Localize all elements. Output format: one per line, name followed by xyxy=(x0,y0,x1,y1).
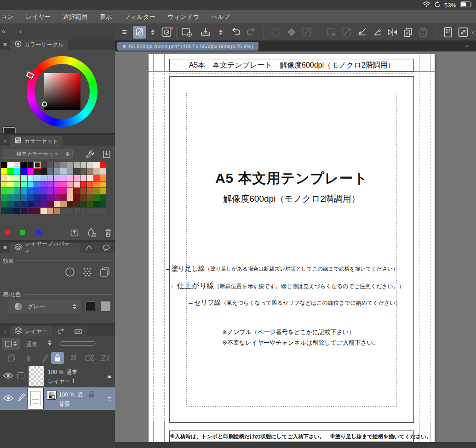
collapse-panel-button[interactable]: ‹ xyxy=(19,27,22,35)
color-swatch[interactable] xyxy=(80,201,87,208)
color-swatch[interactable] xyxy=(40,175,47,181)
border-effect-icon[interactable] xyxy=(64,267,75,279)
blend-tool-button[interactable] xyxy=(285,26,298,39)
color-swatch[interactable] xyxy=(87,175,93,181)
invert-selection-button[interactable] xyxy=(340,26,354,39)
color-swatch[interactable] xyxy=(28,181,34,188)
tab-list-chevron[interactable]: ⌄ xyxy=(465,41,470,48)
tab-color-set[interactable]: カラーセット xyxy=(10,136,63,146)
menu-item-layer[interactable]: レイヤー xyxy=(26,13,51,21)
tab-subview[interactable] xyxy=(69,326,87,336)
flip-horizontal-button[interactable] xyxy=(386,26,399,39)
color-swatch[interactable] xyxy=(28,201,34,208)
layer-color-effect-icon[interactable] xyxy=(99,267,110,279)
color-swatch[interactable] xyxy=(67,201,74,208)
color-swatch[interactable] xyxy=(14,162,21,168)
color-swatch[interactable] xyxy=(1,162,7,168)
menu-item-filter[interactable]: フィルター xyxy=(124,13,156,21)
color-swatch[interactable] xyxy=(54,201,60,208)
layer-thumbnail-selected[interactable] xyxy=(28,388,43,409)
color-swatch[interactable] xyxy=(80,175,87,181)
expression-color-select[interactable]: グレー xyxy=(8,300,81,313)
layer-checkbox[interactable] xyxy=(17,372,24,379)
color-swatch[interactable] xyxy=(14,208,21,214)
tool-variant-chevrons[interactable] xyxy=(148,26,157,39)
color-swatch[interactable] xyxy=(80,188,87,194)
color-swatch[interactable] xyxy=(1,168,7,175)
color-swatch[interactable] xyxy=(1,201,7,208)
frame-tool-button[interactable] xyxy=(300,26,313,39)
tone-effect-icon[interactable] xyxy=(82,267,93,279)
color-swatch[interactable] xyxy=(87,201,93,208)
color-swatch[interactable] xyxy=(93,194,100,201)
color-swatch[interactable] xyxy=(54,194,60,201)
tab-tone-curve[interactable] xyxy=(80,243,97,253)
color-swatch[interactable] xyxy=(34,188,40,194)
color-swatch[interactable] xyxy=(28,168,34,175)
color-swatch[interactable] xyxy=(40,201,47,208)
color-swatch[interactable] xyxy=(60,175,67,181)
color-swatch[interactable] xyxy=(54,162,60,168)
undo-button[interactable] xyxy=(229,26,242,39)
color-swatch[interactable] xyxy=(47,194,54,201)
import-color-set-button[interactable] xyxy=(102,150,111,161)
color-swatch[interactable] xyxy=(67,162,74,168)
color-swatch[interactable] xyxy=(54,175,60,181)
color-swatch[interactable] xyxy=(100,201,107,208)
tab-layers[interactable]: レイヤー xyxy=(10,326,52,336)
color-swatch[interactable] xyxy=(47,188,54,194)
color-swatch[interactable] xyxy=(74,175,80,181)
color-swatch[interactable] xyxy=(21,168,27,175)
color-swatch[interactable] xyxy=(60,194,67,201)
color-swatch[interactable] xyxy=(34,208,40,214)
color-swatch[interactable] xyxy=(54,168,60,175)
layer-row-background[interactable]: 100 % 通 背景 ≡ xyxy=(0,387,115,410)
color-swatch[interactable] xyxy=(40,162,47,168)
color-swatch[interactable] xyxy=(47,168,54,175)
color-swatch[interactable] xyxy=(21,188,27,194)
paste-button[interactable] xyxy=(417,26,430,39)
color-swatch[interactable] xyxy=(21,194,27,201)
hue-cursor[interactable] xyxy=(26,71,34,79)
deselect-button[interactable] xyxy=(325,26,338,39)
history-color-green[interactable] xyxy=(20,230,25,235)
reset-rotation-button[interactable] xyxy=(371,26,384,39)
color-swatch[interactable] xyxy=(40,208,47,214)
canvas-variant-chevrons[interactable] xyxy=(216,26,225,39)
color-swatch[interactable] xyxy=(21,201,27,208)
color-swatch[interactable] xyxy=(74,188,80,194)
lock-layer-button[interactable] xyxy=(51,352,64,364)
color-swatch[interactable] xyxy=(14,175,21,181)
expression-white-chip[interactable] xyxy=(101,301,110,311)
reference-layer-button[interactable] xyxy=(22,352,35,364)
color-swatch[interactable] xyxy=(93,188,100,194)
export-save-button[interactable] xyxy=(197,26,214,39)
color-swatch[interactable] xyxy=(7,194,14,201)
clip-studio-home-button[interactable] xyxy=(159,26,174,39)
color-swatch[interactable] xyxy=(21,208,27,214)
color-swatch[interactable] xyxy=(21,175,27,181)
document-page[interactable]: A5本 本文テンプレート 解像度600dpi（モノクロ2階調用） A5 本文用テ… xyxy=(149,54,435,442)
visibility-eye-icon[interactable] xyxy=(3,372,14,381)
tab-layer-property[interactable]: レイヤープロパティ xyxy=(10,243,80,253)
color-swatch[interactable] xyxy=(47,175,54,181)
color-swatch[interactable] xyxy=(7,175,14,181)
color-swatch[interactable] xyxy=(60,162,67,168)
edit-color-set-button[interactable] xyxy=(86,150,95,161)
canvas-viewport[interactable]: A5本 本文テンプレート 解像度600dpi（モノクロ2階調用） A5 本文用テ… xyxy=(115,51,476,448)
panel-menu-icon[interactable]: ≡ xyxy=(0,137,10,146)
color-swatch[interactable] xyxy=(80,181,87,188)
layer-menu-icon[interactable]: ≡ xyxy=(107,372,111,380)
color-swatch[interactable] xyxy=(100,162,107,168)
color-swatch[interactable] xyxy=(87,188,93,194)
color-swatch[interactable] xyxy=(40,168,47,175)
color-swatch[interactable] xyxy=(14,194,21,201)
color-swatch[interactable] xyxy=(74,168,80,175)
pen-tool-button[interactable] xyxy=(133,26,146,39)
color-swatch[interactable] xyxy=(28,194,34,201)
color-swatch[interactable] xyxy=(93,168,100,175)
color-swatch[interactable] xyxy=(7,168,14,175)
color-swatch[interactable] xyxy=(7,188,14,194)
menu-item-animation-clipped[interactable]: ョン xyxy=(1,13,14,21)
color-swatch[interactable] xyxy=(67,181,74,188)
